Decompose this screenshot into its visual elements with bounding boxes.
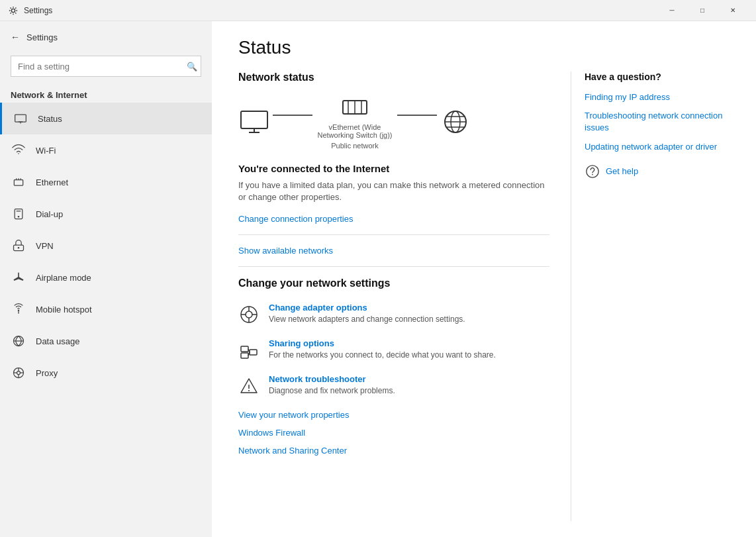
help-section-title: Have a question? [585, 72, 730, 82]
adapter-text: Change adapter options View network adap… [269, 303, 465, 324]
svg-point-4 [18, 153, 19, 154]
divider-2 [238, 266, 549, 267]
get-help-item[interactable]: Get help [585, 164, 730, 179]
sidebar-label-proxy: Proxy [36, 368, 58, 378]
back-button[interactable]: ← Settings [0, 21, 212, 53]
connected-desc: If you have a limited data plan, you can… [238, 179, 549, 203]
vpn-icon [11, 238, 26, 254]
svg-point-38 [246, 311, 252, 318]
line-1 [273, 115, 312, 116]
sidebar-item-wifi[interactable]: Wi-Fi [0, 134, 212, 166]
sidebar-item-proxy[interactable]: Proxy [0, 357, 212, 389]
get-help-icon [585, 164, 600, 179]
right-panel: Have a question? Finding my IP address T… [571, 72, 730, 521]
svg-rect-24 [241, 111, 267, 128]
sidebar-item-airplane[interactable]: Airplane mode [0, 262, 212, 293]
sidebar-item-hotspot[interactable]: Mobile hotspot [0, 293, 212, 325]
divider-1 [238, 234, 549, 235]
ethernet-icon [11, 174, 26, 190]
network-type-label: Public network [331, 142, 379, 150]
app-title: Settings [24, 6, 657, 15]
sharing-title[interactable]: Sharing options [269, 338, 496, 348]
network-status-title: Network status [238, 72, 549, 83]
troubleshooter-title[interactable]: Network troubleshooter [269, 374, 395, 384]
switch-label: vEthernet (Wide Networking Switch (jg)) [315, 123, 395, 139]
change-settings-title: Change your network settings [238, 277, 549, 289]
maximize-button[interactable]: □ [687, 0, 718, 21]
svg-point-51 [592, 173, 593, 175]
troubleshooter-desc: Diagnose and fix network problems. [269, 386, 395, 395]
search-input[interactable] [11, 56, 201, 77]
sidebar-label-vpn: VPN [36, 241, 54, 251]
search-container: 🔍 [11, 56, 201, 77]
adapter-title[interactable]: Change adapter options [269, 303, 465, 313]
svg-point-13 [18, 247, 20, 249]
sidebar: ← Settings 🔍 Network & Internet Status [0, 21, 212, 537]
sidebar-item-ethernet[interactable]: Ethernet [0, 166, 212, 198]
show-networks-btn[interactable]: Show available networks [238, 246, 333, 256]
content-main: Network status [238, 72, 549, 521]
datausage-icon [11, 333, 26, 349]
sidebar-item-dialup[interactable]: Dial-up [0, 198, 212, 230]
sharing-icon [238, 340, 260, 361]
computer-svg [238, 109, 270, 135]
sidebar-label-datausage: Data usage [36, 336, 80, 346]
svg-rect-1 [15, 115, 26, 122]
sidebar-item-vpn[interactable]: VPN [0, 230, 212, 262]
app-body: ← Settings 🔍 Network & Internet Status [0, 21, 756, 537]
settings-item-adapter: Change adapter options View network adap… [238, 303, 549, 325]
status-icon [13, 111, 28, 126]
sidebar-label-hotspot: Mobile hotspot [36, 305, 92, 315]
sidebar-label-ethernet: Ethernet [36, 177, 68, 187]
sharing-text: Sharing options For the networks you con… [269, 338, 496, 360]
sidebar-label-status: Status [38, 114, 62, 124]
svg-point-19 [17, 371, 21, 375]
settings-item-troubleshooter: Network troubleshooter Diagnose and fix … [238, 374, 549, 397]
search-icon-button[interactable]: 🔍 [187, 62, 197, 72]
troubleshooter-text: Network troubleshooter Diagnose and fix … [269, 374, 395, 395]
dialup-icon [11, 206, 26, 222]
settings-icon [8, 5, 19, 16]
svg-rect-5 [14, 180, 23, 185]
switch-icon-group: vEthernet (Wide Networking Switch (jg)) … [315, 94, 395, 150]
network-diagram: vEthernet (Wide Networking Switch (jg)) … [238, 94, 549, 150]
firewall-btn[interactable]: Windows Firewall [238, 428, 305, 438]
change-connection-btn[interactable]: Change connection properties [238, 214, 353, 224]
airplane-icon [11, 269, 26, 285]
troubleshooter-icon [238, 375, 260, 397]
connected-text: You're connected to the Internet [238, 163, 549, 174]
sidebar-item-status[interactable]: Status [0, 103, 212, 134]
svg-point-50 [587, 166, 598, 177]
svg-rect-43 [241, 346, 248, 352]
adapter-icon [238, 304, 260, 325]
back-icon: ← [11, 32, 20, 42]
adapter-desc: View network adapters and change connect… [269, 315, 465, 324]
hotspot-icon [11, 301, 26, 317]
wifi-icon [11, 142, 26, 158]
svg-point-10 [18, 216, 20, 218]
svg-rect-44 [241, 353, 248, 358]
settings-item-sharing: Sharing options For the networks you con… [238, 338, 549, 361]
help-link-ip[interactable]: Finding my IP address [585, 91, 730, 103]
minimize-button[interactable]: ─ [657, 0, 687, 21]
svg-point-0 [11, 9, 15, 12]
help-link-adapter[interactable]: Updating network adapter or driver [585, 141, 730, 153]
get-help-label[interactable]: Get help [606, 166, 638, 176]
sharing-center-btn[interactable]: Network and Sharing Center [238, 446, 347, 456]
content-with-side: Network status [238, 72, 730, 521]
line-2 [397, 115, 437, 116]
close-button[interactable]: ✕ [718, 0, 748, 21]
back-label: Settings [26, 32, 58, 42]
page-title: Status [238, 37, 730, 58]
main-content: Status Network status [212, 21, 756, 537]
network-properties-btn[interactable]: View your network properties [238, 410, 349, 420]
svg-point-14 [18, 309, 20, 311]
proxy-icon [11, 365, 26, 381]
sidebar-item-datausage[interactable]: Data usage [0, 325, 212, 357]
sidebar-label-wifi: Wi-Fi [36, 146, 56, 156]
computer-icon-group [238, 109, 270, 135]
help-link-troubleshoot[interactable]: Troubleshooting network connection issue… [585, 110, 730, 134]
title-bar: Settings ─ □ ✕ [0, 0, 756, 21]
globe-svg [440, 109, 471, 135]
sharing-desc: For the networks you connect to, decide … [269, 350, 496, 360]
